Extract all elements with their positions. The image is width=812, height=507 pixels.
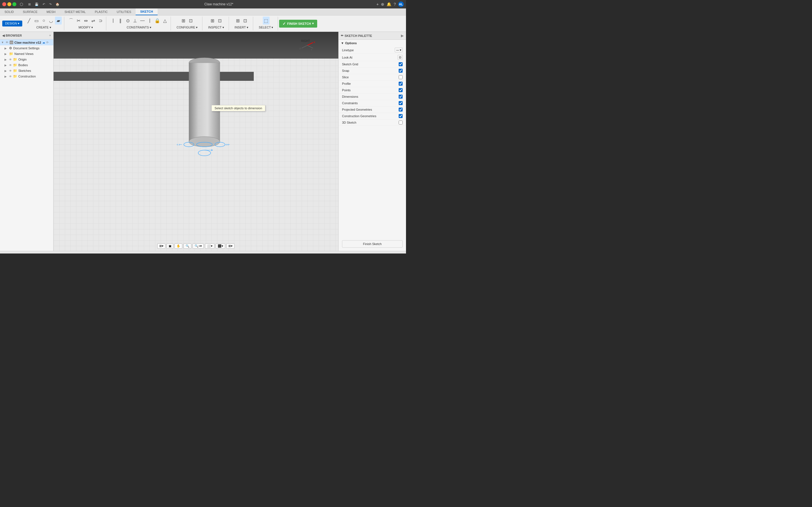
linetype-dropdown[interactable]: — ▾ xyxy=(395,48,403,52)
viewport-view-cube-btn[interactable]: ⬛▾ xyxy=(216,243,225,249)
select-menu[interactable]: SELECT ▾ xyxy=(257,24,276,31)
palette-linetype-row: Linetype — ▾ xyxy=(339,47,406,54)
viewport-zoom-btn[interactable]: 🔍 xyxy=(184,243,192,249)
tab-solid[interactable]: SOLID xyxy=(0,8,18,15)
perpendicular-tool[interactable]: ⊥ xyxy=(132,17,139,24)
comments-add-button[interactable]: + xyxy=(402,253,404,254)
look-at-button[interactable]: ⊡ xyxy=(398,55,403,60)
new-tab-icon[interactable]: + xyxy=(376,2,378,6)
projected-geometries-checkbox[interactable] xyxy=(399,108,403,112)
tab-mesh[interactable]: MESH xyxy=(42,8,60,15)
viewport-zoom-fit-btn[interactable]: 🔍+▾ xyxy=(193,243,204,249)
browser-item-doc-settings[interactable]: ▶ ⚙ Document Settings xyxy=(0,45,53,51)
tab-sketch[interactable]: SKETCH xyxy=(136,8,157,15)
mirror-tool[interactable]: ⇌ xyxy=(90,17,96,24)
configure-items: ⊞ ⊡ xyxy=(180,17,194,24)
trim-tool[interactable]: ✂ xyxy=(75,17,82,24)
viewport-gizmo[interactable]: X Y Z RIGHT xyxy=(299,37,316,55)
viewport-pan-btn[interactable]: ✋ xyxy=(174,243,183,249)
browser-item-origin[interactable]: ▶ 👁 📁 Origin xyxy=(0,57,53,62)
lock-tool[interactable]: 🔒 xyxy=(154,17,161,24)
polygon-tool[interactable]: ▰ xyxy=(55,17,62,24)
sketch-grid-checkbox[interactable] xyxy=(399,62,403,66)
modify-menu[interactable]: MODIFY ▾ xyxy=(76,24,95,31)
file-menu-undo[interactable]: ↶ xyxy=(41,2,47,7)
viewport-display-mode-btn[interactable]: ⬜▾ xyxy=(205,243,214,249)
palette-options-toggle[interactable]: ▼ Options xyxy=(339,40,406,47)
select-tool[interactable]: ⬚ xyxy=(263,17,269,24)
arc-tool[interactable]: ◡ xyxy=(48,17,54,24)
browser-item-bodies[interactable]: ▶ 👁 📁 Bodies xyxy=(0,62,53,68)
finish-sketch-button[interactable]: ✓ FINISH SKETCH ▾ xyxy=(279,20,317,27)
tangent-tool[interactable]: ⊙ xyxy=(124,17,131,24)
dim-text2: 8.1 xyxy=(225,144,229,146)
extend-tool[interactable]: ⇔ xyxy=(82,17,89,24)
browser-item-sketches[interactable]: ▶ 👁 📁 Sketches xyxy=(0,68,53,73)
palette-expand-button[interactable]: ▶ xyxy=(401,34,404,38)
tab-sheetmetal[interactable]: SHEET METAL xyxy=(60,8,90,15)
constraints-checkbox[interactable] xyxy=(399,101,403,105)
constraints-group: | ∥ ⊙ ⊥ — | 🔒 △ CONSTRAINTS ▾ xyxy=(107,17,171,31)
viewport-display-btn[interactable]: ▣ xyxy=(167,243,173,249)
inspect-menu[interactable]: INSPECT ▾ xyxy=(206,24,226,31)
help-icon[interactable]: ? xyxy=(394,2,396,6)
constraints-menu[interactable]: CONSTRAINTS ▾ xyxy=(124,24,154,31)
collinear-tool[interactable]: ∥ xyxy=(117,17,124,24)
configure-tool2[interactable]: ⊡ xyxy=(188,17,194,24)
configure-tool1[interactable]: ⊞ xyxy=(180,17,187,24)
rect-tool[interactable]: ▭ xyxy=(33,17,40,24)
file-menu-redo[interactable]: ↷ xyxy=(47,2,53,7)
browser-item-named-views[interactable]: ▶ 📁 Named Views xyxy=(0,51,53,57)
dimensions-checkbox[interactable] xyxy=(399,95,403,99)
user-avatar[interactable]: AL xyxy=(398,1,404,7)
insert-items: ⊞ ⊡ xyxy=(234,17,248,24)
offset-tool[interactable]: ⊃ xyxy=(97,17,104,24)
snap-checkbox[interactable] xyxy=(399,69,403,73)
modify-group: ⌒ ✂ ⇔ ⇌ ⊃ MODIFY ▾ xyxy=(65,17,106,31)
viewport-grid-btn[interactable]: ⊞▾ xyxy=(226,243,235,249)
palette-dimensions-row: Dimensions xyxy=(339,94,406,100)
configure-menu[interactable]: CONFIGURE ▾ xyxy=(174,24,200,31)
browser-item-construction[interactable]: ▶ 👁 📁 Construction xyxy=(0,73,53,79)
tab-search-icon[interactable]: ⊕ xyxy=(381,2,384,6)
create-menu[interactable]: CREATE ▾ xyxy=(34,24,54,31)
tab-surface[interactable]: SURFACE xyxy=(18,8,42,15)
maximize-button[interactable] xyxy=(12,2,16,6)
equal-tool[interactable]: △ xyxy=(161,17,168,24)
browser-root-item[interactable]: ▼ 👁 ▭ Claw machine v12 ☁ ⟳ xyxy=(0,40,53,45)
vertical-tool[interactable]: | xyxy=(146,17,153,24)
notification-icon[interactable]: 🔔 xyxy=(387,2,391,6)
horizontal-tool[interactable]: — xyxy=(139,17,146,24)
3d-sketch-checkbox[interactable] xyxy=(399,121,403,124)
browser-expand-button[interactable]: + xyxy=(49,34,51,38)
inspect-tool2[interactable]: ⊡ xyxy=(216,17,223,24)
insert-tool1[interactable]: ⊞ xyxy=(234,17,241,24)
insert-tool2[interactable]: ⊡ xyxy=(242,17,248,24)
insert-menu[interactable]: INSERT ▾ xyxy=(232,24,251,31)
browser-collapse-icon: ◀ xyxy=(2,34,4,38)
file-menu-home[interactable]: 🏠 xyxy=(54,2,61,7)
file-menu-grid[interactable]: ⊞ xyxy=(27,2,33,7)
minimize-button[interactable] xyxy=(7,2,11,6)
circle-tool[interactable]: ○ xyxy=(40,17,47,24)
points-checkbox[interactable] xyxy=(399,88,403,92)
construction-geometries-checkbox[interactable] xyxy=(399,114,403,118)
file-menu-save[interactable]: 💾 xyxy=(33,2,40,7)
fillet-tool[interactable]: ⌒ xyxy=(68,17,74,24)
tab-utilities[interactable]: UTILITIES xyxy=(112,8,136,15)
finish-sketch-palette-button[interactable]: Finish Sketch xyxy=(342,240,403,247)
line-tool[interactable]: ╱ xyxy=(26,17,33,24)
configure-group: ⊞ ⊡ CONFIGURE ▾ xyxy=(172,17,202,31)
close-button[interactable] xyxy=(2,2,6,6)
slice-checkbox[interactable] xyxy=(399,75,403,79)
coincident-tool[interactable]: | xyxy=(110,17,116,24)
design-dropdown[interactable]: DESIGN ▾ xyxy=(2,20,22,26)
tab-plastic[interactable]: PLASTIC xyxy=(90,8,112,15)
modify-items: ⌒ ✂ ⇔ ⇌ ⊃ xyxy=(68,17,104,24)
viewport[interactable]: 8.1 8.1 X Y Z RIGHT xyxy=(54,32,338,251)
sketches-arrow-icon: ▶ xyxy=(4,69,8,72)
inspect-tool1[interactable]: ⊞ xyxy=(209,17,216,24)
viewport-snap-btn[interactable]: ⊞▾ xyxy=(157,243,165,249)
window-controls xyxy=(2,2,16,6)
profile-checkbox[interactable] xyxy=(399,82,403,86)
